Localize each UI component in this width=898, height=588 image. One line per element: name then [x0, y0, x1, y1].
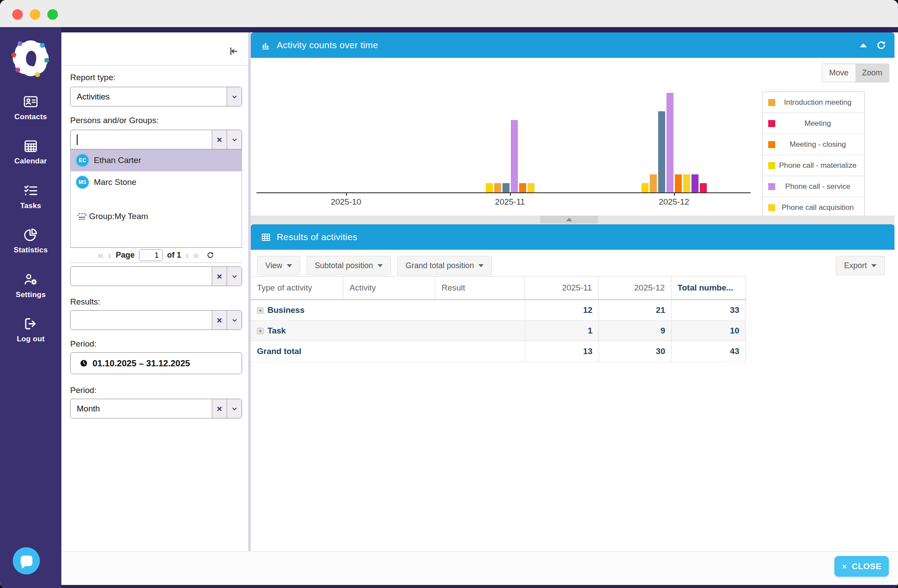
chart-bar[interactable]	[675, 174, 682, 192]
dropdown-option-group[interactable]: Group:My Team	[71, 205, 242, 227]
chevron-down-icon[interactable]	[227, 130, 242, 149]
prev-page-icon[interactable]: ‹	[108, 250, 111, 261]
dropdown-option-person[interactable]: ECEthan Carter	[71, 149, 242, 171]
expand-icon[interactable]: +	[257, 328, 264, 334]
report-type-select[interactable]: Activities	[70, 87, 242, 106]
avatar: EC	[76, 154, 89, 167]
clear-icon[interactable]: ×	[212, 399, 227, 418]
column-header[interactable]: Result	[435, 276, 525, 299]
table-row[interactable]: +Task1910	[251, 321, 746, 341]
chart-bar[interactable]	[519, 183, 526, 192]
close-window-button[interactable]	[12, 9, 23, 20]
chevron-down-icon[interactable]	[227, 87, 242, 106]
panel-divider	[61, 65, 248, 66]
collapse-chart-icon[interactable]	[860, 43, 867, 47]
expand-icon[interactable]: +	[257, 307, 264, 314]
period-unit-select[interactable]: Month ×	[70, 399, 242, 418]
persons-text-field[interactable]	[78, 130, 212, 149]
legend-item[interactable]: Phone call - materialize	[763, 155, 864, 176]
chart-bar[interactable]	[486, 183, 493, 192]
column-header[interactable]: 2025-11	[525, 276, 599, 299]
chart-bar[interactable]	[641, 183, 649, 192]
secondary-filter-select[interactable]: ×	[70, 266, 242, 286]
secondary-filter-field[interactable]	[71, 267, 212, 286]
table-row[interactable]: Grand total133043	[251, 341, 746, 362]
results-field[interactable]	[71, 311, 212, 329]
calendar-icon	[22, 138, 39, 154]
column-header[interactable]: 2025-12	[599, 276, 671, 299]
period-range-field[interactable]: 01.10.2025 – 31.12.2025	[70, 352, 242, 374]
top-accent-band	[61, 27, 898, 32]
legend-item[interactable]: Meeting - closing	[763, 134, 864, 155]
results-panel: Results of activities ViewSubtotal posit…	[251, 224, 894, 551]
triangle-down-icon	[871, 264, 877, 267]
clear-icon[interactable]: ×	[212, 267, 227, 286]
chart-bar[interactable]	[511, 120, 518, 192]
legend-swatch	[768, 204, 775, 211]
export-button[interactable]: Export	[836, 256, 885, 275]
sidebar-item-calendar[interactable]: Calendar	[0, 130, 61, 174]
column-header[interactable]: Activity	[343, 276, 435, 299]
splitter-collapse-button[interactable]	[540, 216, 598, 223]
close-button[interactable]: × CLOSE	[834, 556, 889, 577]
legend-item[interactable]: Introduction meeting	[763, 92, 864, 113]
legend-item[interactable]: Phone call - service	[763, 176, 864, 197]
chart-bar[interactable]	[527, 183, 535, 192]
collapse-panel-icon[interactable]	[226, 44, 241, 59]
triangle-down-icon	[378, 264, 383, 267]
refresh-icon[interactable]	[206, 251, 214, 259]
refresh-chart-icon[interactable]	[876, 40, 887, 51]
chevron-down-icon[interactable]	[227, 399, 242, 418]
table-row[interactable]: +Business122133	[251, 300, 746, 321]
chevron-down-icon[interactable]	[227, 267, 242, 286]
chart-bar[interactable]	[700, 183, 707, 192]
results-select[interactable]: ×	[70, 310, 242, 330]
persons-dropdown-list: ECEthan CarterMSMarc StoneGroup:My Team	[70, 149, 242, 248]
legend-item[interactable]: Meeting	[763, 113, 864, 134]
last-page-icon[interactable]: »	[193, 250, 199, 261]
clear-icon[interactable]: ×	[212, 130, 227, 149]
move-button[interactable]: Move	[822, 64, 855, 82]
results-toolbar: ViewSubtotal positionGrand total positio…	[257, 256, 492, 275]
column-header[interactable]: Type of activity	[251, 276, 343, 299]
clear-icon[interactable]: ×	[212, 311, 227, 329]
sidebar-item-tasks[interactable]: Tasks	[0, 174, 61, 219]
sidebar-item-statistics[interactable]: Statistics	[0, 219, 61, 263]
x-axis-tick	[674, 193, 675, 196]
bottom-accent-band	[61, 585, 898, 588]
first-page-icon[interactable]: «	[98, 250, 103, 261]
period-unit-label: Period:	[70, 386, 96, 395]
view-button[interactable]: View	[257, 256, 300, 275]
chat-button[interactable]	[13, 547, 40, 574]
chart-bar[interactable]	[494, 183, 501, 192]
sidebar-item-contacts[interactable]: Contacts	[0, 85, 61, 130]
sidebar-item-settings[interactable]: Settings	[0, 263, 61, 308]
maximize-window-button[interactable]	[47, 9, 58, 20]
persons-input[interactable]: ×	[70, 130, 242, 149]
zoom-button[interactable]: Zoom	[855, 64, 889, 82]
table-body: +Business122133+Task1910Grand total13304…	[251, 300, 746, 362]
chart-bar[interactable]	[666, 93, 674, 192]
chart-bar[interactable]	[650, 174, 657, 192]
column-header[interactable]: Total numbe...	[671, 276, 746, 299]
sidebar: ContactsCalendarTasksStatisticsSettingsL…	[0, 27, 61, 588]
legend-item[interactable]: Phone call acquisition	[763, 197, 864, 216]
sidebar-item-logout[interactable]: Log out	[0, 308, 61, 352]
dropdown-option-person[interactable]: MSMarc Stone	[71, 171, 242, 193]
chart-bar[interactable]	[683, 174, 690, 192]
grand-total-position-button[interactable]: Grand total position	[397, 256, 492, 275]
footer-bar: × CLOSE	[61, 551, 898, 585]
close-icon: ×	[842, 561, 848, 572]
table-cell: 30	[599, 341, 671, 361]
chart-bar[interactable]	[691, 174, 698, 192]
panel-splitter[interactable]	[251, 216, 894, 224]
chevron-down-icon[interactable]	[227, 311, 242, 329]
chart-bar[interactable]	[658, 111, 665, 192]
next-page-icon[interactable]: ›	[185, 250, 189, 261]
app-logo[interactable]	[12, 39, 50, 77]
minimize-window-button[interactable]	[30, 9, 40, 20]
table-cell: 13	[525, 341, 599, 361]
chart-bar[interactable]	[502, 183, 510, 192]
subtotal-position-button[interactable]: Subtotal position	[306, 256, 391, 275]
page-number-input[interactable]	[139, 249, 163, 261]
